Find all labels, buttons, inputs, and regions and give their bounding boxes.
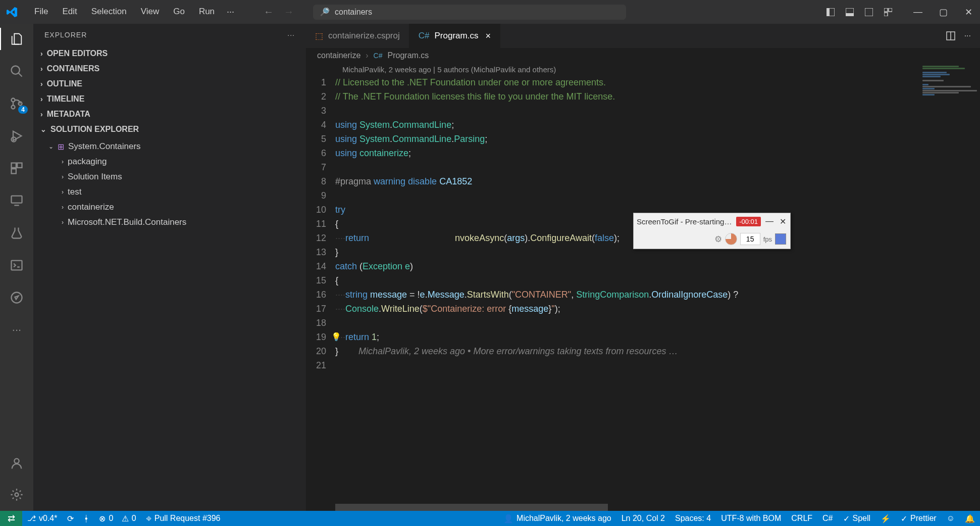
activity-debug-icon[interactable] (8, 127, 26, 145)
activity-terminal-icon[interactable] (8, 256, 26, 274)
codelens[interactable]: MichalPavlik, 2 weeks ago | 5 authors (M… (306, 63, 980, 75)
check-icon: ✓ (901, 514, 907, 523)
spark-icon: ⚡ (881, 514, 891, 523)
prettier-label: Prettier (910, 514, 937, 523)
svg-point-11 (12, 106, 15, 109)
popup-close-icon[interactable]: ✕ (778, 217, 787, 226)
xml-icon: ⬚ (315, 31, 323, 41)
pr-icon: ⎆ (146, 514, 151, 523)
status-prettier[interactable]: ✓Prettier (896, 514, 942, 523)
activity-remote-icon[interactable] (8, 192, 26, 210)
section-containers[interactable]: ›CONTAINERS (33, 61, 306, 76)
activity-settings-icon[interactable] (8, 486, 26, 504)
vscode-logo-icon (5, 5, 19, 19)
fps-input[interactable] (740, 233, 760, 245)
section-outline[interactable]: ›OUTLINE (33, 76, 306, 91)
tree-root[interactable]: ⌄⊞System.Containers (33, 139, 306, 154)
activity-account-icon[interactable] (8, 454, 26, 472)
section-open-editors[interactable]: ›OPEN EDITORS (33, 46, 306, 61)
status-problems[interactable]: ⊗0 ⚠0 (94, 511, 141, 526)
sidebar: EXPLORER ··· ›OPEN EDITORS ›CONTAINERS ›… (33, 24, 306, 511)
horizontal-scrollbar[interactable] (335, 504, 919, 511)
status-spell[interactable]: ✓Spell (838, 514, 876, 523)
person-icon: 👤 (503, 514, 513, 523)
status-blame[interactable]: 👤MichalPavlik, 2 weeks ago (498, 514, 616, 523)
window-maximize-icon[interactable]: ▢ (937, 7, 950, 18)
activity-compass-icon[interactable] (8, 289, 26, 307)
menu-file[interactable]: File (27, 4, 55, 20)
screentogif-popup[interactable]: ScreenToGif - Pre-starting… -00:01 — ✕ ⚙… (633, 213, 791, 249)
command-center[interactable]: 🔍 containers (313, 5, 626, 20)
popup-titlebar[interactable]: ScreenToGif - Pre-starting… -00:01 — ✕ (634, 213, 790, 229)
menu-more-icon[interactable]: ··· (222, 4, 239, 20)
chevron-right-icon: › (62, 173, 64, 180)
minimap[interactable] (919, 63, 980, 366)
tree-item[interactable]: ›Solution Items (33, 169, 306, 184)
status-feedback[interactable]: ☺ (942, 514, 960, 523)
error-icon: ⊗ (99, 514, 106, 523)
status-pr[interactable]: ⎆Pull Request #396 (141, 511, 226, 526)
split-editor-icon[interactable] (946, 31, 955, 40)
tab-program-cs[interactable]: C# Program.cs × (409, 24, 500, 48)
status-eol[interactable]: CRLF (786, 514, 817, 523)
chevron-down-icon: ⌄ (40, 125, 46, 133)
activity-scm-icon[interactable]: 4 (8, 94, 26, 113)
activity-explorer-icon[interactable] (8, 30, 26, 48)
menu-edit[interactable]: Edit (55, 4, 84, 20)
status-spaces[interactable]: Spaces: 4 (670, 514, 716, 523)
breadcrumb-folder[interactable]: containerize (317, 51, 360, 60)
layout-bottom-icon[interactable] (844, 6, 856, 18)
color-swatch[interactable] (775, 233, 786, 245)
sidebar-title: EXPLORER (44, 31, 87, 39)
nav-back-icon[interactable]: ← (264, 6, 274, 18)
layout-customize-icon[interactable] (882, 6, 894, 18)
section-timeline[interactable]: ›TIMELINE (33, 91, 306, 107)
window-minimize-icon[interactable]: — (911, 7, 924, 18)
section-label: CONTAINERS (47, 64, 100, 73)
svg-point-23 (14, 459, 19, 463)
activity-more-icon[interactable]: ··· (8, 321, 26, 339)
close-icon[interactable]: × (485, 31, 491, 41)
tree-item[interactable]: ›packaging (33, 154, 306, 169)
section-metadata[interactable]: ›METADATA (33, 107, 306, 122)
popup-minimize-icon[interactable]: — (765, 217, 774, 226)
layout-right-icon[interactable] (863, 6, 875, 18)
layout-side-icon[interactable] (824, 6, 837, 18)
status-branch[interactable]: ⎇v0.4* (22, 511, 62, 526)
tree-item[interactable]: ›Microsoft.NET.Build.Containers (33, 215, 306, 230)
scrollbar-thumb[interactable] (335, 504, 608, 511)
progress-pie-icon (725, 233, 737, 245)
activity-extensions-icon[interactable] (8, 159, 26, 177)
activity-bar: 4 ··· (0, 24, 33, 511)
branch-icon: ⎇ (27, 514, 36, 523)
tree-item[interactable]: ›test (33, 184, 306, 200)
menu-go[interactable]: Go (166, 4, 192, 20)
blame-label: MichalPavlik, 2 weeks ago (517, 514, 611, 523)
nav-forward-icon[interactable]: → (284, 6, 294, 18)
sidebar-more-icon[interactable]: ··· (287, 31, 295, 39)
status-graph[interactable]: ⍿ (79, 511, 94, 526)
menu-view[interactable]: View (134, 4, 167, 20)
breadcrumb-file[interactable]: Program.cs (388, 51, 429, 60)
tree-item[interactable]: ›containerize (33, 200, 306, 215)
menu-run[interactable]: Run (192, 4, 222, 20)
window-close-icon[interactable]: ✕ (962, 7, 975, 18)
activity-testing-icon[interactable] (8, 224, 26, 242)
remote-indicator[interactable]: ⇄ (0, 511, 22, 526)
status-sync[interactable]: ⟳ (62, 511, 79, 526)
editor-tabs: ⬚ containerize.csproj C# Program.cs × ··… (306, 24, 980, 48)
activity-search-icon[interactable] (8, 62, 26, 80)
status-encoding[interactable]: UTF-8 with BOM (716, 514, 786, 523)
gear-icon[interactable]: ⚙ (714, 234, 722, 245)
menu-selection[interactable]: Selection (84, 4, 134, 20)
status-position[interactable]: Ln 20, Col 2 (616, 514, 670, 523)
chevron-right-icon: › (40, 110, 43, 118)
status-spark[interactable]: ⚡ (875, 514, 896, 523)
status-lang[interactable]: C# (817, 514, 838, 523)
status-bell[interactable]: 🔔 (960, 514, 980, 523)
error-count: 0 (109, 514, 113, 523)
section-solution-explorer[interactable]: ⌄SOLUTION EXPLORER (33, 122, 306, 137)
editor-more-icon[interactable]: ··· (964, 31, 971, 40)
tab-containerize-csproj[interactable]: ⬚ containerize.csproj (306, 24, 409, 48)
breadcrumb[interactable]: containerize › C# Program.cs (306, 48, 980, 63)
